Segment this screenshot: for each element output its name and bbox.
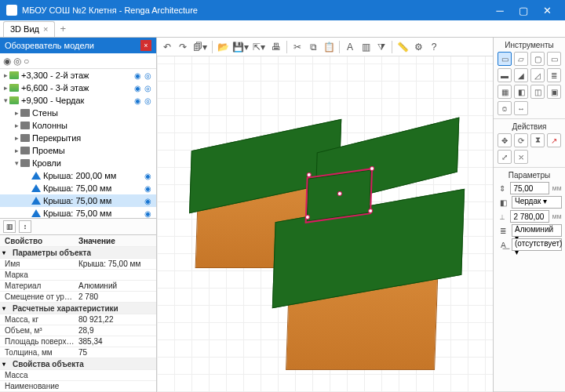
copy-array-icon[interactable]: ↗ <box>547 133 561 147</box>
thickness-input[interactable] <box>510 182 549 194</box>
filter-icon[interactable]: ⧩ <box>374 40 388 54</box>
text-icon[interactable]: A <box>343 40 357 54</box>
actions-title: Действия <box>497 122 562 131</box>
model-browser-panel: Обозреватель модели × ◉ ◎ ○ ▸+3,300 - 2-… <box>0 38 157 392</box>
panel-header: Обозреватель модели × <box>0 38 156 53</box>
roof-item[interactable]: Крыша: 200,00 мм◉ <box>0 169 156 182</box>
roof-tool-icon[interactable]: ◢ <box>514 68 528 82</box>
category-floors[interactable]: ▸Перекрытия <box>0 132 156 144</box>
wall-tool-icon[interactable]: ▱ <box>514 52 528 66</box>
help-icon[interactable]: ? <box>427 40 441 54</box>
section-icon[interactable]: ▥ <box>359 40 373 54</box>
floor-tool-icon[interactable]: ▬ <box>498 68 512 82</box>
opening-tool-icon[interactable]: ◫ <box>530 85 545 99</box>
select-tool-icon[interactable]: ▭ <box>498 52 512 66</box>
category-columns[interactable]: ▸Колонны <box>0 119 156 132</box>
dimension-tool-icon[interactable]: ↔ <box>514 101 528 115</box>
minimize-button[interactable]: ─ <box>488 2 512 18</box>
category-openings[interactable]: ▸Проемы <box>0 144 156 157</box>
tools-title: Инструменты <box>497 41 562 49</box>
category-walls[interactable]: ▸Стены <box>0 107 156 119</box>
prop-row[interactable]: Смещение от ур…2 780 <box>0 292 156 303</box>
undo-icon[interactable]: ↶ <box>160 40 174 54</box>
scale-icon[interactable]: ⤢ <box>498 150 512 164</box>
material-icon: ≣ <box>497 225 509 236</box>
actions-grid: ✥ ⟳ ⧗ ↗ ⤢ ⤫ <box>497 133 562 164</box>
ramp-tool-icon[interactable]: ◿ <box>530 68 545 82</box>
param-thickness: ⇕ мм <box>497 182 562 194</box>
level-node[interactable]: ▾+9,900 - Чердак◉◎ <box>0 94 156 107</box>
tab-3d-view[interactable]: 3D Вид × <box>3 21 55 37</box>
column-tool-icon[interactable]: ▢ <box>530 52 545 66</box>
tab-bar: 3D Вид × + <box>0 20 565 38</box>
measure-icon[interactable]: 📏 <box>396 40 410 54</box>
door-tool-icon[interactable]: ◧ <box>514 85 528 99</box>
prop-row[interactable]: Наименование <box>0 381 156 392</box>
mirror-icon[interactable]: ⧗ <box>530 133 545 147</box>
prop-row[interactable]: Марка <box>0 270 156 281</box>
param-level: ◧ Чердак ▾ <box>497 196 562 209</box>
level-node[interactable]: ▸+6,600 - 3-й этаж◉◎ <box>0 82 156 94</box>
param-offset: ⟂ мм <box>497 210 562 223</box>
group-user-props[interactable]: Свойства объекта <box>0 358 156 370</box>
visibility-icon[interactable]: ◉ <box>133 71 143 80</box>
prop-row[interactable]: Толщина, мм75 <box>0 347 156 358</box>
prop-row[interactable]: ИмяКрыша: 75,00 мм <box>0 259 156 270</box>
rotate-icon[interactable]: ⟳ <box>514 133 528 147</box>
section-tool-icon[interactable]: ⎊ <box>498 101 512 115</box>
panel-close-button[interactable]: × <box>140 40 151 51</box>
roof-item[interactable]: Крыша: 75,00 мм◉ <box>0 182 156 194</box>
visibility-toolbar: ◉ ◎ ○ <box>0 53 156 69</box>
material-select[interactable]: Алюминий ▾ <box>512 224 562 237</box>
roof-item[interactable]: Крыша: 75,00 мм◉ <box>0 207 156 218</box>
mark-select[interactable]: (отсутствует) ▾ <box>512 238 562 251</box>
prop-row[interactable]: Площадь поверх…385,34 <box>0 336 156 347</box>
open-icon[interactable]: 📂 <box>216 40 230 54</box>
close-tab-icon[interactable]: × <box>43 24 48 34</box>
level-node[interactable]: ▸+3,300 - 2-й этаж◉◎ <box>0 69 156 82</box>
tools-grid: ▭ ▱ ▢ ▭ ▬ ◢ ◿ ≣ ▦ ◧ ◫ ▣ ⎊ ↔ <box>497 52 562 115</box>
prop-row[interactable]: Объем, м³28,9 <box>0 325 156 336</box>
room-tool-icon[interactable]: ▣ <box>547 85 561 99</box>
redo-icon[interactable]: ↷ <box>176 40 190 54</box>
export-icon[interactable]: ⇱▾ <box>250 40 268 54</box>
category-roofs[interactable]: ▾Кровли <box>0 157 156 169</box>
move-icon[interactable]: ✥ <box>498 133 512 147</box>
prop-row[interactable]: Масса <box>0 370 156 381</box>
save-icon[interactable]: 💾▾ <box>231 40 249 54</box>
prop-row[interactable]: Масса, кг80 921,22 <box>0 314 156 325</box>
drawings-icon[interactable]: 🗐▾ <box>191 40 209 54</box>
close-button[interactable]: ✕ <box>535 2 559 18</box>
panel-title: Обозреватель модели <box>5 41 94 50</box>
app-icon <box>6 5 17 16</box>
eye-on-icon[interactable]: ◉ <box>3 56 11 67</box>
group-object-params[interactable]: Параметры объекта <box>0 247 156 259</box>
eye-off-icon[interactable]: ○ <box>24 56 29 67</box>
params-title: Параметры <box>497 171 562 180</box>
trim-icon[interactable]: ⤫ <box>514 150 528 164</box>
settings-icon[interactable]: ⚙ <box>411 40 425 54</box>
paste-icon[interactable]: 📋 <box>322 40 336 54</box>
offset-input[interactable] <box>510 210 549 223</box>
maximize-button[interactable]: ▢ <box>512 2 535 18</box>
copy-icon[interactable]: ⧉ <box>306 40 320 54</box>
prop-filter-icon[interactable]: ▥ <box>3 220 16 233</box>
eye-half-icon[interactable]: ◎ <box>13 56 21 67</box>
stair-tool-icon[interactable]: ≣ <box>547 68 561 82</box>
cut-icon[interactable]: ✂ <box>290 40 304 54</box>
level-select[interactable]: Чердак ▾ <box>512 196 562 209</box>
beam-tool-icon[interactable]: ▭ <box>547 52 561 66</box>
window-tool-icon[interactable]: ▦ <box>498 85 512 99</box>
prop-sort-icon[interactable]: ↕ <box>19 220 31 233</box>
viewport: ↶ ↷ 🗐▾ 📂 💾▾ ⇱▾ 🖶 ✂ ⧉ 📋 A ▥ ⧩ 📏 ⚙ ? <box>157 38 493 392</box>
new-tab-button[interactable]: + <box>55 23 71 34</box>
group-calc[interactable]: Расчетные характеристики <box>0 303 156 314</box>
prop-row[interactable]: МатериалАлюминий <box>0 281 156 292</box>
properties-grid: СвойствоЗначение Параметры объекта ИмяКр… <box>0 235 156 392</box>
roof-item-selected[interactable]: Крыша: 75,00 мм◉ <box>0 194 156 207</box>
viewport-toolbar: ↶ ↷ 🗐▾ 📂 💾▾ ⇱▾ 🖶 ✂ ⧉ 📋 A ▥ ⧩ 📏 ⚙ ? <box>157 38 493 56</box>
model-tree[interactable]: ▸+3,300 - 2-й этаж◉◎ ▸+6,600 - 3-й этаж◉… <box>0 69 156 218</box>
3d-canvas[interactable] <box>157 56 493 392</box>
print-icon[interactable]: 🖶 <box>269 40 283 54</box>
main-area: Обозреватель модели × ◉ ◎ ○ ▸+3,300 - 2-… <box>0 38 565 392</box>
